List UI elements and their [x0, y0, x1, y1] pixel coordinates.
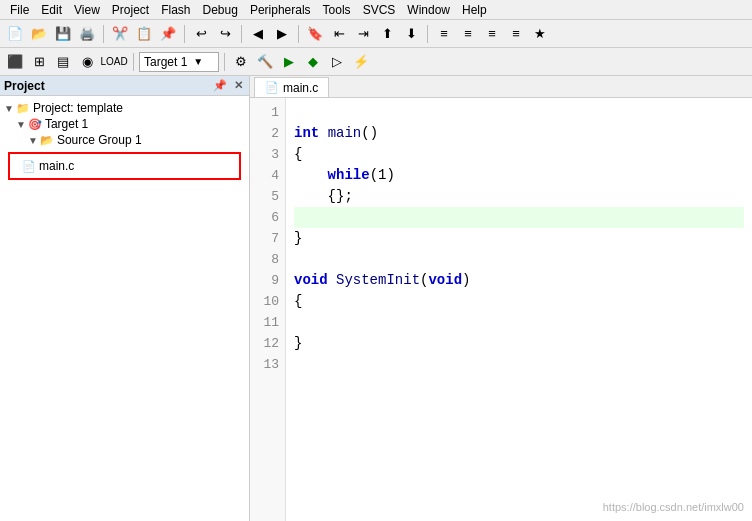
project-panel-header: Project 📌 ✕: [0, 76, 249, 96]
nav-btn2[interactable]: ⇥: [352, 23, 374, 45]
fn-systeminit: SystemInit: [336, 270, 420, 291]
settings-btn[interactable]: ⚙: [230, 51, 252, 73]
project-panel-icons: 📌 ✕: [213, 79, 245, 93]
menubar: File Edit View Project Flash Debug Perip…: [0, 0, 752, 20]
indent-4: [294, 165, 328, 186]
menu-flash[interactable]: Flash: [155, 1, 196, 19]
close-panel-icon[interactable]: ✕: [231, 79, 245, 93]
menu-tools[interactable]: Tools: [317, 1, 357, 19]
nav-btn4[interactable]: ⬇: [400, 23, 422, 45]
separator-3: [241, 25, 242, 43]
toolbar-row-1: 📄 📂 💾 🖨️ ✂️ 📋 📌 ↩ ↪ ◀ ▶ 🔖 ⇤ ⇥ ⬆ ⬇ ≡ ≡ ≡ …: [0, 20, 752, 48]
project-icon: 📁: [16, 102, 30, 115]
main-layout: Project 📌 ✕ ▼ 📁 Project: template ▼ 🎯 Ta…: [0, 76, 752, 521]
ln-10: 10: [250, 291, 285, 312]
code-line-2: int main(): [294, 123, 744, 144]
code-line-3: {: [294, 144, 744, 165]
undo-btn[interactable]: ↩: [190, 23, 212, 45]
print-btn[interactable]: 🖨️: [76, 23, 98, 45]
target-label-tree: Target 1: [45, 117, 88, 131]
ln-2: 2: [250, 123, 285, 144]
nav-btn1[interactable]: ⇤: [328, 23, 350, 45]
redo-btn[interactable]: ↪: [214, 23, 236, 45]
debug-run-btn[interactable]: ▷: [326, 51, 348, 73]
layers-btn[interactable]: ◉: [76, 51, 98, 73]
unindent-btn[interactable]: ≡: [457, 23, 479, 45]
ln-11: 11: [250, 312, 285, 333]
cut-btn[interactable]: ✂️: [109, 23, 131, 45]
misc-btn[interactable]: ★: [529, 23, 551, 45]
tree-source-group[interactable]: ▼ 📂 Source Group 1: [0, 132, 249, 148]
tree-project-root[interactable]: ▼ 📁 Project: template: [0, 100, 249, 116]
new-file-btn[interactable]: 📄: [4, 23, 26, 45]
code-line-12: }: [294, 333, 744, 354]
bookmark-btn[interactable]: 🔖: [304, 23, 326, 45]
menu-help[interactable]: Help: [456, 1, 493, 19]
menu-project[interactable]: Project: [106, 1, 155, 19]
line-numbers: 1 2 3 4 5 6 7 8 9 10 11 12 13: [250, 98, 286, 521]
tab-filename: main.c: [283, 81, 318, 95]
code-content[interactable]: int main() { while(1) {};: [286, 98, 752, 521]
save-btn[interactable]: 💾: [52, 23, 74, 45]
space-2: [319, 123, 327, 144]
code-line-6: [294, 207, 744, 228]
project-panel-title: Project: [4, 79, 45, 93]
stack-btn[interactable]: ▤: [52, 51, 74, 73]
pin-icon[interactable]: 📌: [213, 79, 227, 93]
menu-view[interactable]: View: [68, 1, 106, 19]
open-btn[interactable]: 📂: [28, 23, 50, 45]
separator-2: [184, 25, 185, 43]
paren-9b: ): [462, 270, 470, 291]
brace-open-3: {: [294, 144, 302, 165]
menu-file[interactable]: File: [4, 1, 35, 19]
space-9: [328, 270, 336, 291]
target-icon: 🎯: [28, 118, 42, 131]
target-expand-icon: ▼: [16, 119, 26, 130]
indent-btn[interactable]: ≡: [433, 23, 455, 45]
file-icon: 📄: [22, 160, 36, 173]
forward-btn[interactable]: ▶: [271, 23, 293, 45]
tree-target[interactable]: ▼ 🎯 Target 1: [0, 116, 249, 132]
dropdown-arrow-icon: ▼: [193, 56, 203, 67]
editor-area: 📄 main.c 1 2 3 4 5 6 7 8 9 10 11 12 13: [250, 76, 752, 521]
menu-svcs[interactable]: SVCS: [357, 1, 402, 19]
code-line-9: void SystemInit(void): [294, 270, 744, 291]
code-line-4: while(1): [294, 165, 744, 186]
menu-peripherals[interactable]: Peripherals: [244, 1, 317, 19]
flash-btn[interactable]: ⚡: [350, 51, 372, 73]
separator-7: [224, 53, 225, 71]
menu-window[interactable]: Window: [401, 1, 456, 19]
code-line-13: [294, 354, 744, 375]
menu-edit[interactable]: Edit: [35, 1, 68, 19]
load-btn[interactable]: LOAD: [100, 51, 128, 73]
copy-btn[interactable]: 📋: [133, 23, 155, 45]
brace-open-10: {: [294, 291, 302, 312]
kw-int: int: [294, 123, 319, 144]
code-line-11: [294, 312, 744, 333]
code-line-5: {};: [294, 186, 744, 207]
kw-void-param: void: [428, 270, 462, 291]
paste-btn[interactable]: 📌: [157, 23, 179, 45]
paren-2: (): [361, 123, 378, 144]
source-group-icon: 📂: [40, 134, 54, 147]
code-line-1: [294, 102, 744, 123]
format-btn[interactable]: ≡: [481, 23, 503, 45]
tab-file-icon: 📄: [265, 81, 279, 94]
target-select[interactable]: Target 1 ▼: [139, 52, 219, 72]
build-btn[interactable]: 🔨: [254, 51, 276, 73]
brace-close-7: }: [294, 228, 302, 249]
stop-btn[interactable]: ◆: [302, 51, 324, 73]
while-args: (1): [370, 165, 395, 186]
back-btn[interactable]: ◀: [247, 23, 269, 45]
tree-file-mainc[interactable]: 📄 main.c: [14, 158, 235, 174]
nav-btn3[interactable]: ⬆: [376, 23, 398, 45]
editor-tab-mainc[interactable]: 📄 main.c: [254, 77, 329, 97]
code-editor[interactable]: 1 2 3 4 5 6 7 8 9 10 11 12 13 int main(): [250, 98, 752, 521]
chip-btn[interactable]: ⬛: [4, 51, 26, 73]
run-btn[interactable]: ▶: [278, 51, 300, 73]
ln-8: 8: [250, 249, 285, 270]
menu-debug[interactable]: Debug: [197, 1, 244, 19]
grid-btn[interactable]: ⊞: [28, 51, 50, 73]
project-panel: Project 📌 ✕ ▼ 📁 Project: template ▼ 🎯 Ta…: [0, 76, 250, 521]
comment-btn[interactable]: ≡: [505, 23, 527, 45]
